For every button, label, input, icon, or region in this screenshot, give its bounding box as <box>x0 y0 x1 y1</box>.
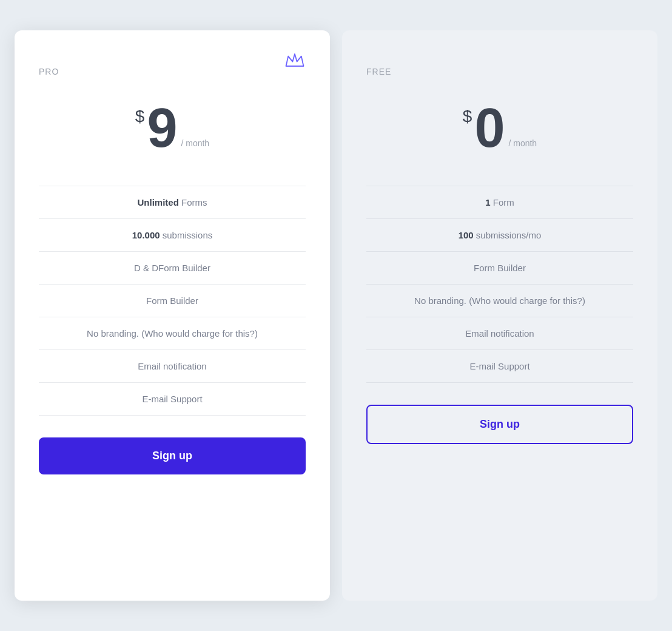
list-item: E-mail Support <box>366 350 633 383</box>
free-features-list: 1 Form 100 submissions/mo Form Builder N… <box>366 186 633 383</box>
pro-currency: $ <box>135 107 145 126</box>
list-item: Form Builder <box>39 285 306 317</box>
list-item: No branding. (Who would charge for this?… <box>366 285 633 317</box>
free-signup-button[interactable]: Sign up <box>366 405 633 444</box>
pro-card: PRO $ 9 / month Unlimited Forms 10.000 s… <box>15 30 330 601</box>
free-price-container: $ 0 / month <box>463 101 537 155</box>
free-card: FREE $ 0 / month 1 Form 100 submissions/… <box>342 30 657 601</box>
list-item: Email notification <box>366 317 633 350</box>
list-item: No branding. (Who would charge for this?… <box>39 317 306 350</box>
crown-icon <box>284 49 306 75</box>
list-item: E-mail Support <box>39 383 306 416</box>
free-period: / month <box>508 138 537 148</box>
list-item: 10.000 submissions <box>39 219 306 252</box>
free-currency: $ <box>463 107 472 126</box>
list-item: Form Builder <box>366 252 633 285</box>
pricing-container: PRO $ 9 / month Unlimited Forms 10.000 s… <box>15 18 657 613</box>
list-item: 100 submissions/mo <box>366 219 633 252</box>
free-amount: 0 <box>474 101 505 155</box>
free-plan-name: FREE <box>366 67 391 76</box>
pro-features-list: Unlimited Forms 10.000 submissions D & D… <box>39 186 306 416</box>
pro-plan-name: PRO <box>39 67 59 76</box>
list-item: Unlimited Forms <box>39 186 306 219</box>
pro-amount: 9 <box>147 101 177 155</box>
pro-signup-button[interactable]: Sign up <box>39 437 306 474</box>
list-item: 1 Form <box>366 186 633 219</box>
list-item: Email notification <box>39 350 306 383</box>
pro-price-container: $ 9 / month <box>135 101 209 155</box>
list-item: D & DForm Builder <box>39 252 306 285</box>
pro-period: / month <box>181 138 209 148</box>
